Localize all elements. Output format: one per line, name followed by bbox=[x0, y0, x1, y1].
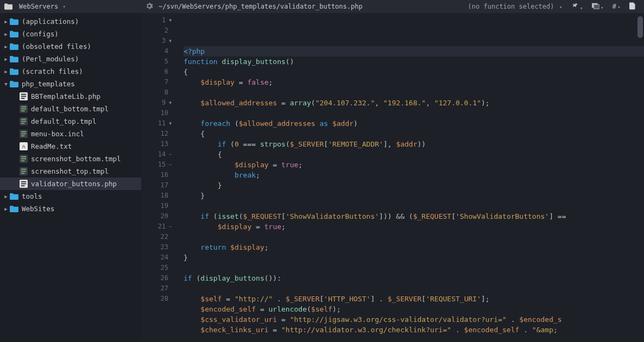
code-line[interactable] bbox=[184, 201, 644, 211]
code-line[interactable]: $encoded_self = urlencode($self); bbox=[184, 304, 644, 314]
code-line[interactable] bbox=[184, 283, 644, 294]
line-number[interactable]: 2 bbox=[141, 26, 174, 36]
code-line[interactable]: { bbox=[184, 129, 644, 139]
line-number[interactable]: 6 bbox=[141, 67, 174, 77]
code-line[interactable] bbox=[184, 263, 644, 273]
code-line[interactable]: $display = false; bbox=[184, 77, 644, 87]
fold-indicator[interactable]: ▼ bbox=[169, 98, 172, 108]
line-number[interactable]: 19 bbox=[141, 201, 174, 211]
counterpart-icon[interactable]: ▾ bbox=[592, 3, 605, 11]
code-line[interactable]: $css_validator_uri = "http://jigsaw.w3.o… bbox=[184, 314, 644, 325]
disclosure-triangle[interactable]: ▶ bbox=[2, 56, 10, 62]
editor[interactable]: 1▼23▼456789▼1011▼121314–15–161718192021–… bbox=[141, 13, 644, 342]
line-number[interactable]: 12 bbox=[141, 129, 174, 139]
code-line[interactable]: { bbox=[184, 149, 644, 160]
fold-indicator[interactable]: ▼ bbox=[169, 15, 172, 26]
code-line[interactable]: if (0 === strpos($_SERVER['REMOTE_ADDR']… bbox=[184, 139, 644, 149]
disclosure-triangle[interactable]: ▶ bbox=[2, 206, 10, 212]
file-menu-box-incl[interactable]: menu-box.incl bbox=[0, 128, 141, 140]
code-line[interactable]: function display_buttons() bbox=[184, 56, 644, 67]
code-line[interactable] bbox=[184, 232, 644, 242]
line-number[interactable]: 18 bbox=[141, 191, 174, 201]
code-line[interactable]: if (isset($_REQUEST['ShowValidatorButton… bbox=[184, 211, 644, 221]
line-number[interactable]: 16 bbox=[141, 170, 174, 180]
code-line[interactable]: foreach ($allowed_addresses as $addr) bbox=[184, 118, 644, 129]
code-line[interactable]: $allowed_addresses = array("204.107.232.… bbox=[184, 98, 644, 108]
line-number[interactable]: 3▼ bbox=[141, 36, 174, 46]
folder-php-templates[interactable]: ▼php_templates bbox=[0, 78, 141, 90]
code-line[interactable]: <?php bbox=[184, 46, 644, 56]
file-default-top-tmpl[interactable]: default_top.tmpl bbox=[0, 115, 141, 128]
line-number[interactable]: 13 bbox=[141, 139, 174, 149]
line-number[interactable]: 8 bbox=[141, 87, 174, 98]
markers-icon[interactable]: #▾ bbox=[613, 3, 622, 10]
gear-icon[interactable] bbox=[146, 2, 153, 11]
file-readme-txt[interactable]: AReadMe.txt bbox=[0, 140, 141, 153]
folder-tools[interactable]: ▶tools bbox=[0, 190, 141, 202]
fold-indicator[interactable]: ▼ bbox=[169, 118, 172, 129]
gutter[interactable]: 1▼23▼456789▼1011▼121314–15–161718192021–… bbox=[141, 13, 174, 342]
folder--scratch-files-[interactable]: ▶(scratch files) bbox=[0, 65, 141, 78]
code-line[interactable]: $check_links_uri = "http://validator.w3.… bbox=[184, 325, 644, 335]
code-line[interactable]: if (display_buttons()): bbox=[184, 273, 644, 283]
line-number[interactable]: 24 bbox=[141, 252, 174, 263]
pin-icon[interactable]: ▾ bbox=[571, 2, 584, 11]
line-number[interactable]: 27 bbox=[141, 283, 174, 294]
line-number[interactable]: 1▼ bbox=[141, 15, 174, 26]
file-bbtemplatelib-php[interactable]: BBTemplateLib.php bbox=[0, 90, 141, 103]
code-line[interactable]: } bbox=[184, 191, 644, 201]
code-line[interactable] bbox=[184, 87, 644, 98]
folder--configs-[interactable]: ▶(configs) bbox=[0, 28, 141, 40]
folder-websites[interactable]: ▶WebSites bbox=[0, 202, 141, 215]
file-tree[interactable]: ▶(applications)▶(configs)▶(obsoleted fil… bbox=[0, 13, 141, 342]
line-number[interactable]: 25 bbox=[141, 263, 174, 273]
document-icon[interactable] bbox=[629, 2, 635, 11]
disclosure-triangle[interactable]: ▶ bbox=[2, 44, 10, 49]
line-number[interactable]: 21– bbox=[141, 221, 174, 232]
folder--perl-modules-[interactable]: ▶(Perl_modules) bbox=[0, 53, 141, 65]
disclosure-triangle[interactable]: ▶ bbox=[2, 194, 10, 199]
project-selector[interactable]: WebServers ▾ bbox=[0, 3, 141, 10]
code-line[interactable] bbox=[184, 108, 644, 118]
line-number[interactable]: 20 bbox=[141, 211, 174, 221]
code-line[interactable]: $display = true; bbox=[184, 221, 644, 232]
line-number[interactable]: 5 bbox=[141, 56, 174, 67]
code-line[interactable]: { bbox=[184, 67, 644, 77]
file-path[interactable]: ~/svn/WebServers/php_templates/validator… bbox=[159, 3, 363, 10]
line-number[interactable]: 22 bbox=[141, 232, 174, 242]
code-line[interactable]: break; bbox=[184, 170, 644, 180]
line-number[interactable]: 23 bbox=[141, 242, 174, 252]
line-number[interactable]: 28 bbox=[141, 294, 174, 304]
function-selector[interactable]: (no function selected) ▾ bbox=[468, 3, 564, 10]
scrollbar-thumb[interactable] bbox=[637, 16, 643, 38]
code-line[interactable]: $self = "http://" . $_SERVER['HTTP_HOST'… bbox=[184, 294, 644, 304]
fold-indicator[interactable]: – bbox=[169, 221, 172, 232]
disclosure-triangle[interactable]: ▶ bbox=[2, 69, 10, 74]
line-number[interactable]: 9▼ bbox=[141, 98, 174, 108]
line-number[interactable]: 15– bbox=[141, 160, 174, 170]
code-line[interactable]: $display = true; bbox=[184, 160, 644, 170]
line-number[interactable]: 26 bbox=[141, 273, 174, 283]
code-line[interactable]: } bbox=[184, 252, 644, 263]
code-area[interactable]: <?phpfunction display_buttons(){ $displa… bbox=[174, 13, 644, 342]
line-number[interactable]: 7 bbox=[141, 77, 174, 87]
folder--obsoleted-files-[interactable]: ▶(obsoleted files) bbox=[0, 40, 141, 53]
file-screenshot-bottom-tmpl[interactable]: screenshot_bottom.tmpl bbox=[0, 153, 141, 165]
file-validator-buttons-php[interactable]: validator_buttons.php bbox=[0, 178, 141, 190]
folder--applications-[interactable]: ▶(applications) bbox=[0, 15, 141, 28]
line-number[interactable]: 11▼ bbox=[141, 118, 174, 129]
line-number[interactable]: 10 bbox=[141, 108, 174, 118]
code-line[interactable]: } bbox=[184, 180, 644, 191]
disclosure-triangle[interactable]: ▼ bbox=[2, 81, 10, 87]
line-number[interactable]: 17 bbox=[141, 180, 174, 191]
file-default-bottom-tmpl[interactable]: default_bottom.tmpl bbox=[0, 103, 141, 115]
fold-indicator[interactable]: – bbox=[169, 160, 172, 170]
disclosure-triangle[interactable]: ▶ bbox=[2, 19, 10, 24]
line-number[interactable]: 4 bbox=[141, 46, 174, 56]
disclosure-triangle[interactable]: ▶ bbox=[2, 31, 10, 37]
file-screenshot-top-tmpl[interactable]: screenshot_top.tmpl bbox=[0, 165, 141, 178]
fold-indicator[interactable]: – bbox=[169, 149, 172, 160]
line-number[interactable]: 14– bbox=[141, 149, 174, 160]
code-line[interactable]: return $display; bbox=[184, 242, 644, 252]
fold-indicator[interactable]: ▼ bbox=[169, 36, 172, 46]
